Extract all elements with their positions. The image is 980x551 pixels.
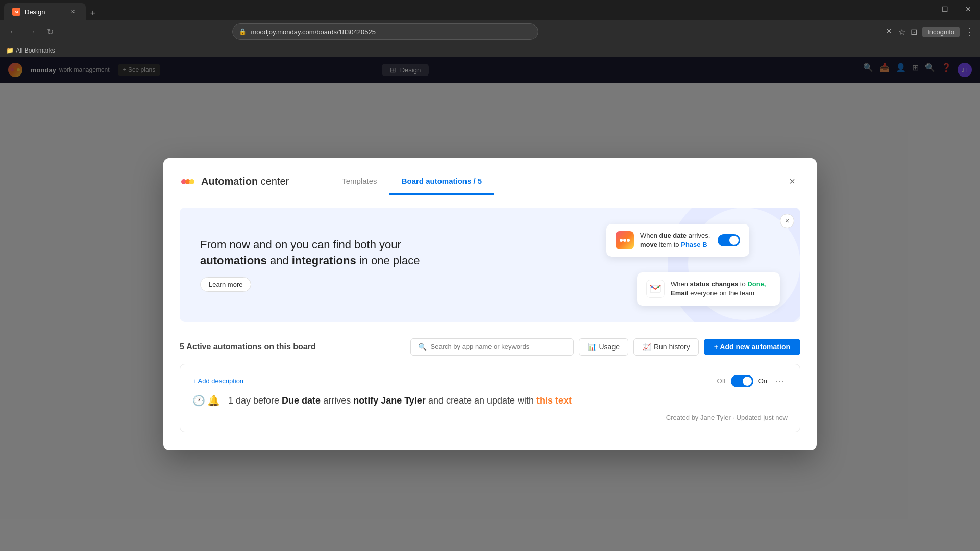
tab-title: Design bbox=[24, 8, 45, 16]
star-icon[interactable]: ☆ bbox=[898, 27, 905, 37]
toggle-off-label: Off bbox=[717, 377, 726, 385]
monday-card-icon bbox=[616, 231, 634, 249]
banner-card-1: When due date arrives, move item to Phas… bbox=[606, 224, 749, 257]
active-tab[interactable]: M Design × bbox=[4, 3, 86, 20]
banner-card-2: When status changes to Done, Email every… bbox=[637, 272, 780, 305]
modal-body: From now and on you can find both yourau… bbox=[163, 195, 817, 450]
automation-item-header: + Add description Off On ⋯ bbox=[192, 374, 788, 388]
toggle-on-label: On bbox=[758, 377, 767, 385]
search-input-icon: 🔍 bbox=[418, 343, 427, 351]
tab-close-button[interactable]: × bbox=[68, 7, 78, 16]
gmail-card-icon bbox=[646, 280, 665, 298]
automation-description: 1 day before Due date arrives notify Jan… bbox=[228, 394, 572, 408]
banner-card-2-text: When status changes to Done, Email every… bbox=[671, 280, 771, 298]
search-box[interactable]: 🔍 bbox=[410, 338, 574, 356]
svg-point-8 bbox=[623, 239, 626, 242]
run-history-icon: 📈 bbox=[642, 343, 651, 351]
modal-logo: Automation center bbox=[180, 173, 289, 190]
svg-point-9 bbox=[627, 239, 630, 242]
banner-illustration: When due date arrives, move item to Phas… bbox=[545, 224, 780, 306]
minimize-button[interactable]: – bbox=[910, 1, 933, 17]
usage-button[interactable]: 📊 Usage bbox=[579, 338, 628, 356]
bookmarks-bar: 📁 All Bookmarks bbox=[0, 43, 980, 57]
banner-heading: From now and on you can find both yourau… bbox=[200, 237, 420, 269]
learn-more-button[interactable]: Learn more bbox=[200, 277, 251, 292]
usage-chart-icon: 📊 bbox=[587, 343, 596, 351]
back-button[interactable]: ← bbox=[6, 24, 20, 39]
automation-meta: Created by Jane Tyler · Updated just now bbox=[192, 414, 788, 421]
modal-close-button[interactable]: × bbox=[784, 173, 800, 190]
bookmarks-label[interactable]: All Bookmarks bbox=[16, 47, 55, 54]
bell-icon: 🔔 bbox=[207, 394, 220, 407]
active-count-label: 5 Active automations on this board bbox=[180, 342, 316, 352]
svg-point-10 bbox=[651, 286, 653, 288]
clock-icon: 🕐 bbox=[192, 394, 205, 407]
address-bar[interactable]: 🔒 moodjoy.monday.com/boards/1830420525 bbox=[232, 23, 538, 40]
tab-bar: M Design × + – ☐ ✕ bbox=[0, 0, 980, 20]
toggle-row: Off On ⋯ bbox=[717, 374, 788, 388]
add-description-link[interactable]: + Add description bbox=[192, 377, 243, 385]
maximize-button[interactable]: ☐ bbox=[933, 1, 957, 17]
split-view-icon[interactable]: ⊡ bbox=[911, 27, 917, 37]
forward-button[interactable]: → bbox=[24, 24, 39, 39]
banner-text: From now and on you can find both yourau… bbox=[200, 237, 420, 292]
automations-list-header: 5 Active automations on this board 🔍 📊 U… bbox=[180, 338, 800, 356]
new-tab-button[interactable]: + bbox=[86, 6, 100, 20]
incognito-label: Incognito bbox=[922, 27, 960, 37]
bookmarks-folder-icon: 📁 bbox=[6, 47, 14, 54]
svg-point-7 bbox=[620, 239, 623, 242]
tab-favicon: M bbox=[12, 8, 20, 16]
tab-templates[interactable]: Templates bbox=[330, 168, 389, 195]
refresh-button[interactable]: ↻ bbox=[43, 24, 57, 39]
automation-content: 🕐 🔔 1 day before Due date arrives notify… bbox=[192, 394, 788, 408]
automation-center-modal: Automation center Templates Board automa… bbox=[163, 158, 817, 450]
banner-card-1-text: When due date arrives, move item to Phas… bbox=[640, 231, 712, 249]
eye-off-icon: 👁 bbox=[885, 27, 893, 36]
more-options-button[interactable]: ⋯ bbox=[772, 374, 788, 388]
window-controls: – ☐ ✕ bbox=[910, 0, 980, 20]
svg-point-11 bbox=[657, 286, 659, 288]
menu-icon[interactable]: ⋮ bbox=[965, 26, 974, 37]
banner-card-1-toggle bbox=[718, 234, 740, 246]
close-window-button[interactable]: ✕ bbox=[957, 1, 980, 17]
app-background: monday work management + See plans ⊞ Des… bbox=[0, 57, 980, 551]
automation-icons: 🕐 🔔 bbox=[192, 394, 220, 407]
run-history-button[interactable]: 📈 Run history bbox=[633, 338, 699, 356]
add-automation-button[interactable]: + Add new automation bbox=[704, 339, 800, 355]
search-input[interactable] bbox=[431, 343, 566, 350]
list-actions: 🔍 📊 Usage 📈 Run history + Add new automa… bbox=[410, 338, 801, 356]
automation-toggle[interactable] bbox=[731, 375, 753, 387]
tab-board-automations[interactable]: Board automations / 5 bbox=[389, 168, 495, 195]
automation-item-1: + Add description Off On ⋯ 🕐 🔔 bbox=[180, 364, 800, 432]
svg-point-6 bbox=[189, 179, 194, 184]
banner-close-button[interactable]: × bbox=[780, 214, 794, 228]
ssl-icon: 🔒 bbox=[239, 28, 247, 35]
address-bar-row: ← → ↻ 🔒 moodjoy.monday.com/boards/183042… bbox=[0, 20, 980, 43]
modal-tabs: Templates Board automations / 5 bbox=[330, 168, 494, 195]
modal-title: Automation center bbox=[201, 176, 289, 187]
modal-header: Automation center Templates Board automa… bbox=[163, 158, 817, 195]
info-banner: From now and on you can find both yourau… bbox=[180, 208, 800, 322]
url-display: moodjoy.monday.com/boards/1830420525 bbox=[251, 28, 376, 36]
modal-overlay: Automation center Templates Board automa… bbox=[0, 57, 980, 551]
